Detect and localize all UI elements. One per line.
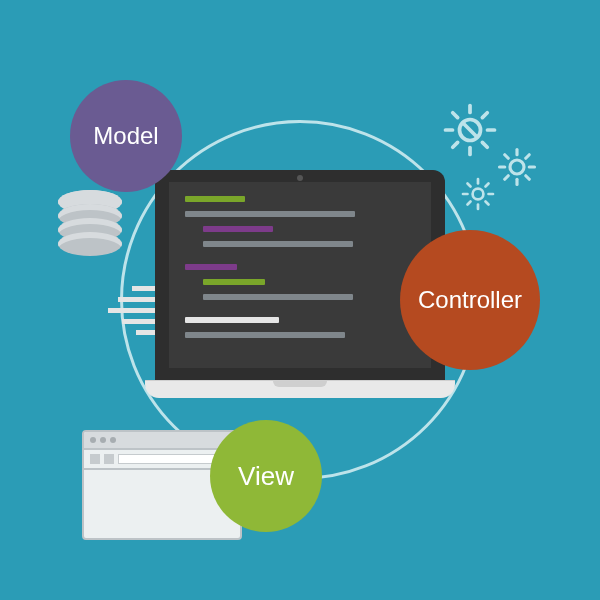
- controller-label: Controller: [418, 286, 522, 314]
- window-control-icon: [110, 437, 116, 443]
- code-line: [203, 279, 265, 285]
- model-badge: Model: [70, 80, 182, 192]
- forward-icon: [104, 454, 114, 464]
- svg-line-24: [468, 184, 471, 187]
- svg-point-19: [473, 189, 484, 200]
- svg-line-5: [453, 113, 458, 118]
- laptop-screen: [169, 182, 431, 368]
- view-badge: View: [210, 420, 322, 532]
- svg-line-17: [505, 176, 509, 180]
- mvc-diagram: Model Controller View: [0, 0, 600, 600]
- view-label: View: [238, 461, 294, 492]
- model-label: Model: [93, 122, 158, 150]
- svg-line-25: [486, 202, 489, 205]
- camera-icon: [297, 175, 303, 181]
- svg-line-18: [526, 155, 530, 159]
- database-icon: [58, 190, 122, 256]
- svg-line-6: [482, 142, 487, 147]
- svg-line-27: [486, 184, 489, 187]
- svg-line-9: [463, 123, 477, 137]
- laptop-notch: [273, 381, 327, 387]
- code-line: [185, 317, 279, 323]
- window-control-icon: [100, 437, 106, 443]
- code-line: [203, 226, 273, 232]
- code-line: [203, 241, 353, 247]
- code-line: [203, 294, 353, 300]
- code-line: [185, 332, 345, 338]
- controller-badge: Controller: [400, 230, 540, 370]
- gear-icon: [442, 102, 498, 158]
- svg-point-10: [510, 160, 524, 174]
- window-control-icon: [90, 437, 96, 443]
- laptop-bezel: [155, 170, 445, 380]
- gear-icon: [460, 176, 496, 212]
- svg-line-26: [468, 202, 471, 205]
- code-line: [185, 196, 245, 202]
- back-icon: [90, 454, 100, 464]
- laptop-base: [145, 380, 455, 398]
- code-line: [185, 211, 355, 217]
- svg-line-16: [526, 176, 530, 180]
- svg-line-7: [453, 142, 458, 147]
- code-line: [185, 264, 237, 270]
- svg-line-8: [482, 113, 487, 118]
- gear-icon: [496, 146, 538, 188]
- svg-line-15: [505, 155, 509, 159]
